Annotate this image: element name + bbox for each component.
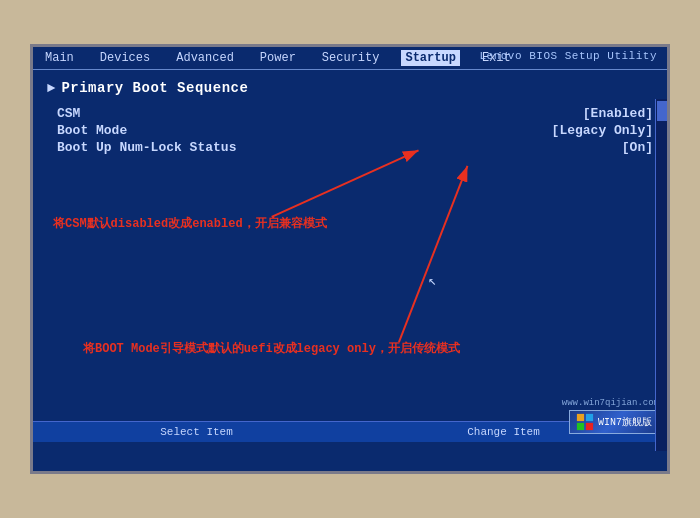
menu-item-startup[interactable]: Startup — [401, 50, 459, 66]
item-value-numlock: [On] — [622, 140, 653, 155]
menu-item-advanced[interactable]: Advanced — [172, 50, 238, 66]
scrollbar[interactable] — [655, 99, 667, 451]
win7-label: WIN7旗舰版 — [598, 415, 652, 429]
menu-bar: Main Devices Advanced Power Security Sta… — [33, 47, 667, 70]
menu-item-main[interactable]: Main — [41, 50, 78, 66]
bios-content: ► Primary Boot Sequence CSM [Enabled] Bo… — [33, 70, 667, 442]
table-row[interactable]: Boot Up Num-Lock Status [On] — [57, 140, 653, 155]
item-value-csm: [Enabled] — [583, 106, 653, 121]
item-label-numlock: Boot Up Num-Lock Status — [57, 140, 277, 155]
menu-item-power[interactable]: Power — [256, 50, 300, 66]
photo-frame: Main Devices Advanced Power Security Sta… — [0, 0, 700, 518]
item-label-boot-mode: Boot Mode — [57, 123, 277, 138]
svg-text:↖: ↖ — [428, 274, 436, 289]
menu-item-devices[interactable]: Devices — [96, 50, 154, 66]
section-arrow-icon: ► — [47, 80, 55, 96]
table-row[interactable]: CSM [Enabled] — [57, 106, 653, 121]
scrollbar-thumb[interactable] — [657, 101, 667, 121]
section-heading: ► Primary Boot Sequence — [47, 80, 653, 96]
svg-line-3 — [399, 166, 468, 342]
svg-rect-5 — [577, 414, 584, 421]
annotation-boot-mode: 将BOOT Mode引导模式默认的uefi改成legacy only，开启传统模… — [83, 340, 460, 357]
windows-logo-icon — [576, 413, 594, 431]
menu-item-security[interactable]: Security — [318, 50, 384, 66]
svg-rect-7 — [577, 423, 584, 430]
section-title: Primary Boot Sequence — [61, 80, 248, 96]
svg-rect-6 — [586, 414, 593, 421]
site-url: www.win7qijian.com — [562, 398, 659, 408]
annotation-csm: 将CSM默认disabled改成enabled，开启兼容模式 — [53, 215, 327, 232]
item-value-boot-mode: [Legacy Only] — [552, 123, 653, 138]
bios-items: CSM [Enabled] Boot Mode [Legacy Only] Bo… — [57, 106, 653, 155]
win7-badge: WIN7旗舰版 — [569, 410, 659, 434]
menu-items: Main Devices Advanced Power Security Sta… — [41, 50, 515, 66]
item-label-csm: CSM — [57, 106, 277, 121]
watermark: www.win7qijian.com WIN7旗舰版 — [562, 398, 659, 434]
bottom-select: Select Item — [160, 426, 233, 438]
svg-rect-8 — [586, 423, 593, 430]
bottom-change: Change Item — [467, 426, 540, 438]
bios-screen: Main Devices Advanced Power Security Sta… — [30, 44, 670, 474]
svg-line-2 — [272, 150, 419, 217]
table-row[interactable]: Boot Mode [Legacy Only] — [57, 123, 653, 138]
brand-label: Lenovo BIOS Setup Utility — [479, 50, 657, 62]
